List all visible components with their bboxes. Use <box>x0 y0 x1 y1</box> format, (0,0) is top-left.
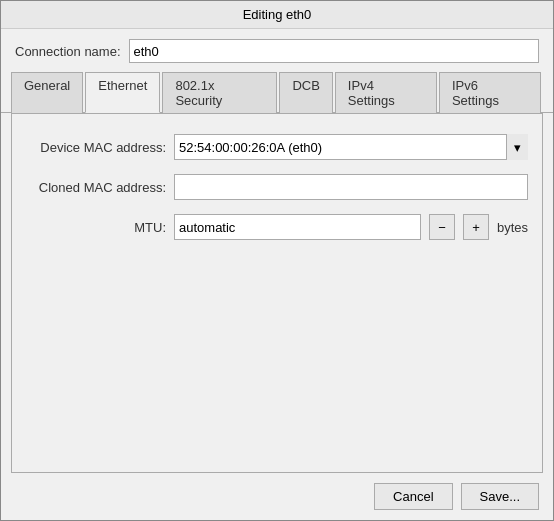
mtu-unit: bytes <box>497 220 528 235</box>
cancel-button[interactable]: Cancel <box>374 483 452 510</box>
title-bar: Editing eth0 <box>1 1 553 29</box>
tab-ipv6[interactable]: IPv6 Settings <box>439 72 541 113</box>
cloned-mac-label: Cloned MAC address: <box>26 180 166 195</box>
connection-name-row: Connection name: <box>1 29 553 71</box>
dialog-title: Editing eth0 <box>243 7 312 22</box>
device-mac-select[interactable]: 52:54:00:00:26:0A (eth0) <box>174 134 528 160</box>
connection-name-label: Connection name: <box>15 44 121 59</box>
mtu-label: MTU: <box>26 220 166 235</box>
cloned-mac-input[interactable] <box>174 174 528 200</box>
mtu-plus-button[interactable]: + <box>463 214 489 240</box>
spacer <box>26 254 528 462</box>
mtu-row: MTU: − + bytes <box>26 214 528 240</box>
device-mac-row: Device MAC address: 52:54:00:00:26:0A (e… <box>26 134 528 160</box>
tabs-bar: General Ethernet 802.1x Security DCB IPv… <box>1 71 553 113</box>
dialog: Editing eth0 Connection name: General Et… <box>0 0 554 521</box>
device-mac-dropdown[interactable]: 52:54:00:00:26:0A (eth0) ▾ <box>174 134 528 160</box>
tab-ethernet[interactable]: Ethernet <box>85 72 160 113</box>
mtu-minus-button[interactable]: − <box>429 214 455 240</box>
mtu-input[interactable] <box>174 214 421 240</box>
connection-name-input[interactable] <box>129 39 539 63</box>
device-mac-label: Device MAC address: <box>26 140 166 155</box>
tab-dcb[interactable]: DCB <box>279 72 332 113</box>
tab-general[interactable]: General <box>11 72 83 113</box>
save-button[interactable]: Save... <box>461 483 539 510</box>
buttons-bar: Cancel Save... <box>1 473 553 520</box>
tab-ipv4[interactable]: IPv4 Settings <box>335 72 437 113</box>
tab-security[interactable]: 802.1x Security <box>162 72 277 113</box>
cloned-mac-row: Cloned MAC address: <box>26 174 528 200</box>
content-area: Device MAC address: 52:54:00:00:26:0A (e… <box>11 113 543 473</box>
